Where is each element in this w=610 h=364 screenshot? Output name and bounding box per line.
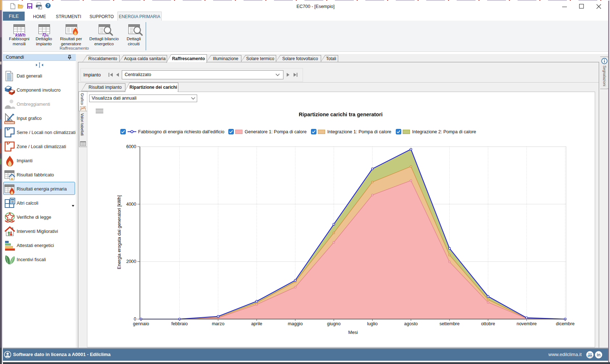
svg-text:4000: 4000 bbox=[126, 202, 136, 207]
svg-text:?: ? bbox=[47, 3, 49, 8]
svg-text:Tube: Tube bbox=[588, 355, 592, 357]
svg-text:2000: 2000 bbox=[126, 259, 136, 264]
svg-text:Energia erogata dai generatori: Energia erogata dai generatori [kWh] bbox=[117, 195, 122, 269]
svg-text:agosto: agosto bbox=[404, 321, 418, 326]
svg-text:in: in bbox=[597, 352, 601, 357]
svg-text:maggio: maggio bbox=[288, 321, 303, 326]
svg-text:novembre: novembre bbox=[516, 321, 537, 326]
svg-text:settembre: settembre bbox=[439, 321, 460, 326]
svg-text:0: 0 bbox=[134, 317, 136, 322]
svg-text:febbraio: febbraio bbox=[171, 321, 188, 326]
svg-text:You: You bbox=[588, 352, 592, 355]
svg-text:gennaio: gennaio bbox=[133, 321, 149, 326]
svg-text:ottobre: ottobre bbox=[481, 321, 495, 326]
svg-text:aprile: aprile bbox=[251, 321, 262, 326]
svg-text:luglio: luglio bbox=[367, 321, 378, 326]
svg-text:marzo: marzo bbox=[212, 321, 224, 326]
svg-text:giugno: giugno bbox=[327, 321, 341, 326]
svg-text:Mesi: Mesi bbox=[348, 330, 358, 335]
svg-text:dicembre: dicembre bbox=[556, 321, 574, 326]
svg-text:6000: 6000 bbox=[126, 144, 136, 149]
